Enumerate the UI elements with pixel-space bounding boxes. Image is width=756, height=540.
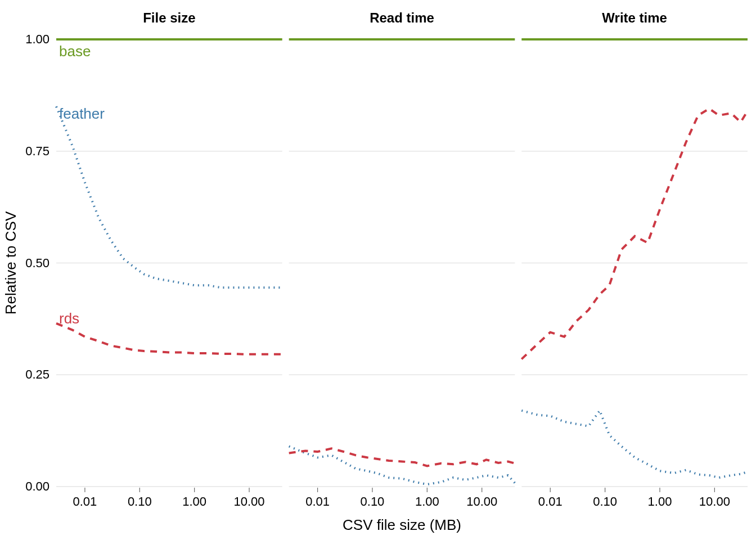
series-label-rds: rds	[59, 310, 79, 327]
x-tick-label: 1.00	[648, 494, 672, 508]
y-tick-label: 1.00	[25, 32, 50, 46]
series-line-rds	[56, 323, 282, 354]
series-line-feather	[521, 411, 748, 478]
y-tick-label: 0.25	[25, 367, 50, 381]
series-line-feather	[289, 447, 515, 485]
x-tick-label: 10.00	[466, 494, 497, 508]
x-tick-label: 0.10	[593, 494, 617, 508]
y-axis-label: Relative to CSV	[2, 211, 19, 314]
y-tick-label: 0.50	[25, 256, 50, 270]
x-tick-label: 0.10	[128, 494, 152, 508]
facet-title: File size	[143, 10, 195, 25]
series-line-feather	[56, 106, 282, 287]
y-tick-label: 0.75	[25, 144, 50, 158]
x-tick-label: 0.01	[538, 494, 562, 508]
x-axis-label: CSV file size (MB)	[343, 516, 461, 533]
series-label-base: base	[59, 43, 91, 60]
faceted-line-chart: 0.000.250.500.751.00File sizeRead timeWr…	[0, 0, 756, 540]
x-tick-label: 10.00	[234, 494, 265, 508]
y-tick-label: 0.00	[25, 479, 50, 493]
x-tick-label: 0.01	[305, 494, 330, 508]
x-tick-label: 10.00	[699, 494, 730, 508]
x-tick-label: 1.00	[182, 494, 206, 508]
series-line-rds	[521, 109, 748, 359]
x-tick-label: 0.01	[73, 494, 97, 508]
facet-title: Read time	[370, 10, 434, 25]
series-label-feather: feather	[59, 105, 105, 122]
facet-title: Write time	[602, 10, 667, 25]
x-tick-label: 0.10	[361, 494, 385, 508]
x-tick-label: 1.00	[415, 494, 439, 508]
